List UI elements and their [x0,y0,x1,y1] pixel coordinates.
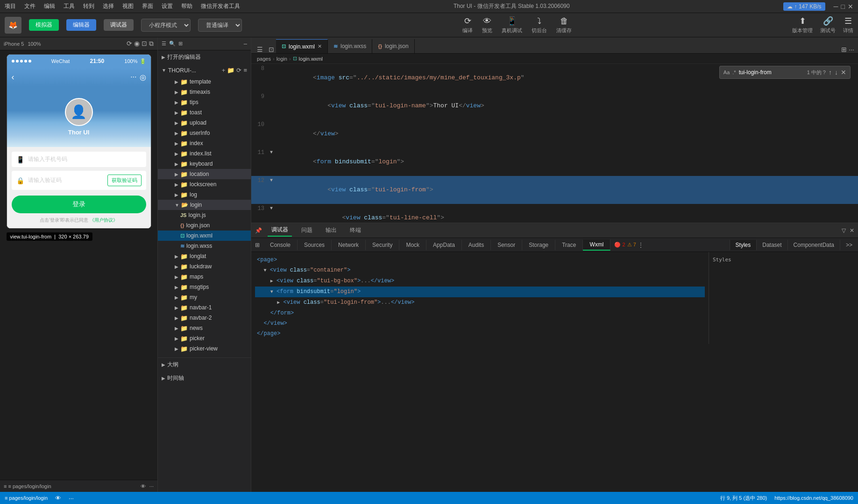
login-button[interactable]: 登录 [12,196,146,213]
folder-upload[interactable]: ▶ 📁 upload [158,118,251,128]
folder-login[interactable]: ▼ 📂 login [158,200,251,210]
debugger-button[interactable]: 调试器 [104,19,134,31]
code-editor[interactable]: 8 <image src="../../static/images/my/min… [251,64,858,223]
tab-loginjson[interactable]: {} login.json [372,39,414,53]
collapse-all-icon[interactable]: ≡ [243,67,247,74]
phone-more-icon[interactable]: ⊡ [142,40,147,48]
dt-bgbox-chevron[interactable]: ▶ [270,279,273,284]
more-tabs-icon[interactable]: ··· [849,46,854,53]
folder-longlat[interactable]: ▶ 📁 longlat [158,251,251,261]
subtab-wxml[interactable]: Wxml [583,239,610,251]
dt-form-close[interactable]: </form> [255,308,705,318]
right-tab-componentdata[interactable]: ComponentData [787,240,840,250]
folder-template[interactable]: ▶ 📁 template [158,77,251,87]
phone-nav-dots[interactable]: ··· [130,73,136,82]
subtab-console[interactable]: Console [263,240,298,250]
devtools-tab-terminal[interactable]: 终端 [346,224,365,236]
folder-msgtips[interactable]: ▶ 📁 msgtips [158,282,251,292]
right-tab-styles[interactable]: Styles [730,240,757,250]
folder-lockscreen[interactable]: ▶ 📁 lockscreen [158,179,251,189]
subtab-appdata[interactable]: AppData [426,240,462,250]
subtab-trace[interactable]: Trace [555,240,583,250]
file-loginjs[interactable]: JS login.js [158,210,251,220]
dt-container-chevron[interactable]: ▼ [263,268,266,273]
maximize-button[interactable]: □ [841,3,845,10]
tab-loginwxml[interactable]: ⊡ login.wxml ✕ [276,39,328,53]
menu-file[interactable]: 文件 [24,2,35,10]
subtab-network[interactable]: Network [332,240,366,250]
search-regex-btn[interactable]: .* [732,70,736,75]
folder-navbar1[interactable]: ▶ 📁 navbar-1 [158,302,251,313]
folder-timeaxis[interactable]: ▶ 📁 timeaxis [158,87,251,97]
menu-project[interactable]: 项目 [5,2,16,10]
dt-view-close[interactable]: </view> [255,318,705,329]
phone-more-btn[interactable]: ··· [149,483,154,489]
dt-form-chevron[interactable]: ▼ [270,289,273,294]
realtest-group[interactable]: 📱 真机调试 [502,16,522,34]
right-tab-more[interactable]: >> [840,240,858,250]
subtab-storage[interactable]: Storage [522,240,555,250]
mobile-placeholder[interactable]: 请输入手机号码 [28,155,142,163]
root-folder-header[interactable]: ▼ THORUI-... + 📁 ⟳ ≡ [158,66,251,75]
file-loginwxss[interactable]: ≋ login.wxss [158,241,251,251]
menu-interface[interactable]: 界面 [142,2,153,10]
tab-wxml-close[interactable]: ✕ [318,43,322,49]
subtab-security[interactable]: Security [366,240,399,250]
mode-select[interactable]: 小程序模式 [141,19,191,32]
new-folder-icon[interactable]: 📁 [227,67,234,74]
statusbar-more-icon[interactable]: ··· [69,495,74,502]
explorer-search-icon[interactable]: 🔍 [169,41,176,47]
timeline-header[interactable]: ▶ 时间轴 [158,373,251,383]
breadcrumb-login[interactable]: login [277,56,287,62]
folder-toast[interactable]: ▶ 📁 toast [158,107,251,118]
compile-group[interactable]: ⟳ 编译 [462,16,473,34]
statusbar-breadcrumb[interactable]: ≡ pages/login/login [5,495,48,501]
search-next-icon[interactable]: ↓ [835,69,838,76]
devtools-pin-icon[interactable]: 📌 [255,227,262,234]
devtools-tab-output[interactable]: 输出 [322,224,340,236]
explorer-collapse-icon[interactable]: – [244,40,247,47]
new-file-icon[interactable]: + [222,67,226,74]
menu-edit[interactable]: 编辑 [44,2,55,10]
dt-loginfrom-chevron[interactable]: ▶ [277,300,280,305]
folder-userinfo[interactable]: ▶ 📁 userInfo [158,128,251,138]
subtab-sources[interactable]: Sources [298,240,332,250]
subtab-audits[interactable]: Audits [462,240,491,250]
compile-select[interactable]: 普通编译 [198,19,242,32]
search-close-icon[interactable]: ✕ [841,69,846,76]
versionmgr-group[interactable]: ⬆ 版本管理 [792,16,813,34]
phone-rotate-icon[interactable]: ⟳ [127,40,132,48]
minimize-button[interactable]: ─ [834,3,838,10]
breadcrumb-filename[interactable]: login.wxml [299,56,323,62]
backend-group[interactable]: ⤵ 切后台 [532,16,547,34]
file-loginjson[interactable]: {} login.json [158,220,251,231]
subtab-sensor[interactable]: Sensor [491,240,522,250]
devtools-dots[interactable]: ⋮ [638,242,644,248]
dt-page[interactable]: <page> [255,255,705,265]
dt-login-from[interactable]: ▶ <view class="tui-login-from">...</view… [255,297,705,308]
clearcache-group[interactable]: 🗑 清缓存 [556,16,572,34]
phone-back-button[interactable]: ‹ [12,72,14,82]
menu-goto[interactable]: 转到 [83,2,94,10]
menu-select[interactable]: 选择 [103,2,114,10]
simulator-button[interactable]: 模拟器 [29,19,59,31]
dt-page-close[interactable]: </page> [255,329,705,339]
refresh-icon[interactable]: ⟳ [236,67,241,74]
explorer-tabs-icon[interactable]: ☰ [162,41,166,47]
explorer-split-icon[interactable]: ⊞ [178,41,183,47]
menu-help[interactable]: 帮助 [181,2,192,10]
code-placeholder[interactable]: 请输入验证码 [28,176,104,184]
open-editors-header[interactable]: ▶ 打开的编辑器 [158,52,251,62]
folder-picker[interactable]: ▶ 📁 picker [158,333,251,343]
folder-news[interactable]: ▶ 📁 news [158,323,251,333]
phone-nav-circle[interactable]: ◎ [140,73,146,82]
testbench-group[interactable]: 🔗 测试号 [820,16,836,34]
menu-tool[interactable]: 工具 [64,2,75,10]
search-prev-icon[interactable]: ↑ [829,69,832,76]
outline-header[interactable]: ▶ 大纲 [158,360,251,370]
fold-12[interactable]: ▼ [270,176,277,185]
details-group[interactable]: ☰ 详情 [843,16,853,34]
folder-navbar2[interactable]: ▶ 📁 navbar-2 [158,313,251,323]
phone-inspect-icon[interactable]: 👁 [141,483,146,489]
folder-tips[interactable]: ▶ 📁 tips [158,97,251,107]
